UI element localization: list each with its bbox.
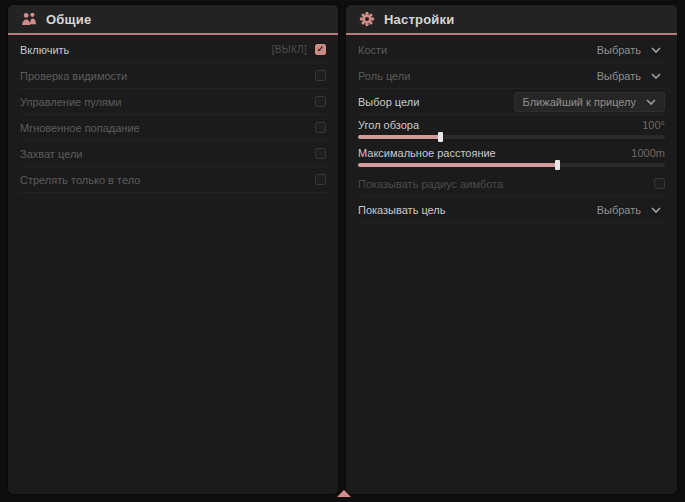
general-panel: Общие Включить [ВЫКЛ] ✓ Проверка видимос… — [8, 5, 338, 494]
instant-hit-checkbox[interactable]: ✓ — [315, 122, 326, 133]
max-distance-slider-thumb[interactable] — [555, 160, 560, 170]
max-distance-slider-fill — [358, 163, 558, 167]
row-max-distance: Максимальное расстояние 1000m — [358, 143, 665, 171]
general-panel-header: Общие — [8, 5, 338, 35]
row-max-distance-label: Максимальное расстояние — [358, 147, 496, 159]
general-rows: Включить [ВЫКЛ] ✓ Проверка видимости ✓ У… — [8, 35, 338, 193]
show-target-dropdown[interactable]: Выбрать — [593, 201, 665, 219]
gear-icon — [359, 11, 375, 27]
row-enable-label: Включить — [20, 44, 69, 56]
target-lock-checkbox[interactable]: ✓ — [315, 148, 326, 159]
fov-slider[interactable] — [358, 135, 665, 139]
visibility-check-checkbox[interactable]: ✓ — [315, 70, 326, 81]
row-target-lock-label: Захват цели — [20, 148, 82, 160]
bones-dropdown[interactable]: Выбрать — [593, 41, 665, 59]
general-panel-title: Общие — [46, 12, 91, 27]
target-selection-dropdown[interactable]: Ближайший к прицелу — [514, 92, 665, 112]
bones-dropdown-value: Выбрать — [597, 44, 641, 56]
chevron-down-icon — [651, 47, 661, 53]
target-role-dropdown[interactable]: Выбрать — [593, 67, 665, 85]
fov-value: 100° — [642, 119, 665, 131]
row-visibility-check[interactable]: Проверка видимости ✓ — [20, 63, 326, 89]
enable-checkbox[interactable]: ✓ — [315, 44, 326, 55]
settings-panel-title: Настройки — [384, 12, 454, 27]
row-bones[interactable]: Кости Выбрать — [358, 37, 665, 63]
chevron-down-icon — [651, 207, 661, 213]
row-bones-label: Кости — [358, 44, 387, 56]
row-instant-hit[interactable]: Мгновенное попадание ✓ — [20, 115, 326, 141]
row-target-role[interactable]: Роль цели Выбрать — [358, 63, 665, 89]
max-distance-slider[interactable] — [358, 163, 665, 167]
expand-up-arrow-icon[interactable] — [337, 490, 351, 497]
row-bullet-control-label: Управление пулями — [20, 96, 122, 108]
row-bullet-control[interactable]: Управление пулями ✓ — [20, 89, 326, 115]
row-target-selection-label: Выбор цели — [358, 96, 419, 108]
target-role-dropdown-value: Выбрать — [597, 70, 641, 82]
row-instant-hit-label: Мгновенное попадание — [20, 122, 140, 134]
row-visibility-check-label: Проверка видимости — [20, 70, 127, 82]
row-target-selection[interactable]: Выбор цели Ближайший к прицелу — [358, 89, 665, 115]
row-show-aimbot-radius-label: Показывать радиус аимбота — [358, 178, 503, 190]
row-target-role-label: Роль цели — [358, 70, 410, 82]
show-aimbot-radius-checkbox[interactable]: ✓ — [654, 178, 665, 189]
settings-panel-header: Настройки — [346, 5, 677, 35]
settings-panel: Настройки Кости Выбрать Роль цели Выбрат… — [346, 5, 677, 494]
row-show-target[interactable]: Показывать цель Выбрать — [358, 197, 665, 223]
chevron-down-icon — [646, 99, 656, 105]
fov-slider-thumb[interactable] — [438, 132, 443, 142]
settings-rows: Кости Выбрать Роль цели Выбрать Выбор це… — [346, 35, 677, 223]
body-only-checkbox[interactable]: ✓ — [315, 174, 326, 185]
max-distance-value: 1000m — [631, 147, 665, 159]
target-selection-dropdown-value: Ближайший к прицелу — [523, 96, 636, 108]
row-fov: Угол обзора 100° — [358, 115, 665, 143]
row-fov-label: Угол обзора — [358, 119, 419, 131]
fov-slider-fill — [358, 135, 441, 139]
bullet-control-checkbox[interactable]: ✓ — [315, 96, 326, 107]
show-target-dropdown-value: Выбрать — [597, 204, 641, 216]
row-show-aimbot-radius[interactable]: Показывать радиус аимбота ✓ — [358, 171, 665, 197]
row-target-lock[interactable]: Захват цели ✓ — [20, 141, 326, 167]
row-body-only-label: Стрелять только в тело — [20, 174, 140, 186]
chevron-down-icon — [651, 73, 661, 79]
check-icon: ✓ — [317, 45, 325, 54]
row-enable[interactable]: Включить [ВЫКЛ] ✓ — [20, 37, 326, 63]
users-icon — [21, 11, 37, 27]
row-body-only[interactable]: Стрелять только в тело ✓ — [20, 167, 326, 193]
row-show-target-label: Показывать цель — [358, 204, 446, 216]
row-enable-state-label: [ВЫКЛ] — [272, 44, 307, 55]
